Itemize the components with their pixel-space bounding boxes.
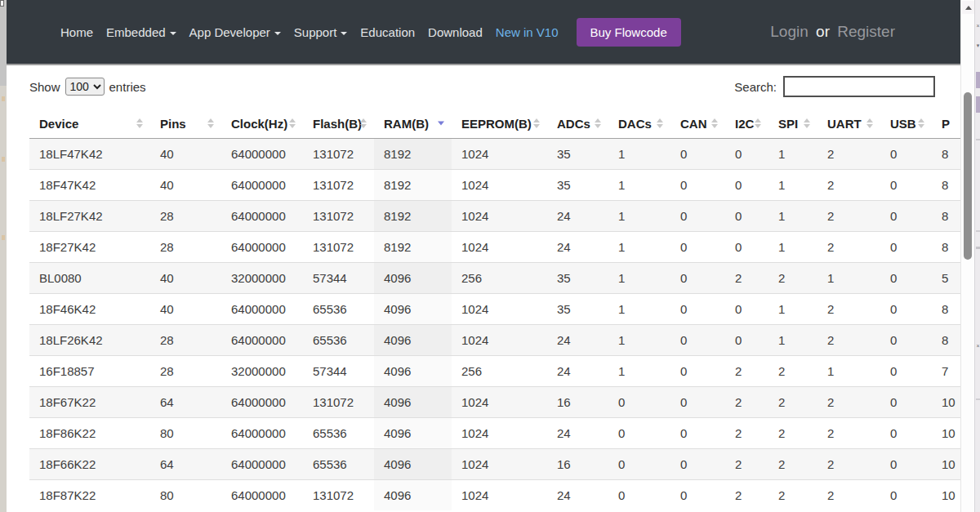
column-header[interactable]: P (932, 109, 960, 139)
register-link[interactable]: Register (837, 23, 895, 40)
table-row: 16F188572832000000573444096256241022107 (29, 356, 960, 387)
scroll-up-button[interactable] (962, 1, 974, 14)
edge-fragment (976, 247, 980, 249)
table-cell: 0 (670, 418, 725, 449)
navbar: HomeEmbeddedApp DeveloperSupportEducatio… (7, 0, 960, 65)
table-cell: 0 (880, 170, 932, 201)
nav-item: Download (421, 19, 489, 46)
table-cell: 0 (670, 480, 725, 511)
table-cell: 18F27K42 (29, 232, 150, 263)
table-cell: 40 (150, 139, 221, 170)
table-cell: 0 (880, 232, 932, 263)
search-input[interactable] (783, 76, 935, 97)
table-cell: 2 (817, 325, 880, 356)
table-cell: 1 (608, 294, 670, 325)
column-header[interactable]: Device (29, 109, 150, 139)
vertical-scrollbar[interactable] (960, 0, 974, 512)
page-size-control: Show 100 entries (29, 78, 146, 96)
nav-link[interactable]: Embedded (100, 19, 183, 46)
table-cell: 64000000 (221, 294, 303, 325)
table-cell: 5 (932, 263, 960, 294)
table-cell: 0 (608, 480, 670, 511)
buy-flowcode-button[interactable]: Buy Flowcode (577, 18, 681, 47)
table-cell: 0 (880, 356, 932, 387)
column-header-label: Pins (160, 117, 186, 131)
table-cell: 0 (608, 418, 670, 449)
table-cell: 8192 (374, 232, 452, 263)
entries-label: entries (109, 80, 146, 94)
column-header[interactable]: RAM(B) (374, 109, 452, 139)
table-cell: 64000000 (221, 170, 303, 201)
table-cell: 1 (608, 232, 670, 263)
column-header[interactable]: Flash(B) (303, 109, 374, 139)
column-header[interactable]: SPI (768, 109, 817, 139)
table-cell: 57344 (303, 263, 374, 294)
table-cell: 65536 (303, 294, 374, 325)
table-cell: 256 (452, 263, 547, 294)
table-cell: 0 (725, 232, 768, 263)
table-cell: 1024 (452, 232, 547, 263)
table-cell: 64 (150, 449, 221, 480)
column-header-label: Flash(B) (313, 117, 362, 131)
table-cell: 18F47K42 (29, 170, 150, 201)
table-row: BL00804032000000573444096256351022105 (29, 263, 960, 294)
column-header-label: EEPROM(B) (461, 117, 532, 131)
nav-item: Support (287, 19, 354, 46)
table-cell: 40 (150, 263, 221, 294)
table-cell: 0 (880, 449, 932, 480)
table-cell: 8 (932, 139, 960, 170)
table-cell: 16 (547, 449, 608, 480)
column-header[interactable]: EEPROM(B) (452, 109, 547, 139)
column-header[interactable]: Clock(Hz) (221, 109, 303, 139)
nav-link[interactable]: App Developer (183, 19, 287, 46)
table-cell: 2 (768, 387, 817, 418)
table-cell: 24 (547, 356, 608, 387)
caret-down-icon (170, 32, 176, 35)
table-cell: 64000000 (221, 387, 303, 418)
table-cell: 10 (932, 387, 960, 418)
sort-arrows-icon (595, 118, 601, 128)
table-cell: 0 (670, 294, 725, 325)
column-header[interactable]: DACs (608, 109, 670, 139)
nav-link[interactable]: New in V10 (489, 19, 565, 46)
table-cell: BL0080 (29, 263, 150, 294)
column-header-label: P (942, 117, 950, 131)
table-cell: 1 (608, 139, 670, 170)
table-cell: 4096 (374, 325, 452, 356)
table-cell: 24 (547, 201, 608, 232)
table-cell: 1024 (452, 418, 547, 449)
table-cell: 32000000 (221, 356, 303, 387)
page-size-select[interactable]: 100 (65, 78, 105, 96)
column-header-label: USB (890, 117, 916, 131)
sort-arrows-icon (136, 118, 143, 128)
nav-link[interactable]: Education (354, 19, 421, 46)
column-header-label: RAM(B) (384, 117, 429, 131)
table-cell: 4096 (374, 263, 452, 294)
login-link[interactable]: Login (770, 23, 808, 40)
column-header[interactable]: USB (880, 109, 932, 139)
table-row: 18F67K2264640000001310724096102416002220… (29, 387, 960, 418)
nav-link[interactable]: Home (54, 19, 100, 46)
table-cell: 1024 (452, 294, 547, 325)
table-cell: 2 (725, 418, 768, 449)
nav-item: Home (54, 19, 100, 46)
table-cell: 0 (670, 449, 725, 480)
table-cell: 16 (547, 387, 608, 418)
table-cell: 57344 (303, 356, 374, 387)
column-header[interactable]: CAN (670, 109, 725, 139)
table-cell: 28 (150, 325, 221, 356)
table-cell: 2 (817, 418, 880, 449)
column-header[interactable]: UART (817, 109, 880, 139)
table-cell: 24 (547, 418, 608, 449)
nav-link[interactable]: Download (421, 19, 489, 46)
column-header[interactable]: I2C (725, 109, 768, 139)
table-cell: 18F86K22 (29, 418, 150, 449)
page: HomeEmbeddedApp DeveloperSupportEducatio… (7, 0, 960, 512)
nav-link[interactable]: Support (287, 19, 354, 46)
scrollbar-thumb[interactable] (964, 92, 972, 260)
table-cell: 0 (608, 387, 670, 418)
column-header[interactable]: ADCs (547, 109, 608, 139)
table-cell: 0 (880, 325, 932, 356)
column-header[interactable]: Pins (150, 109, 221, 139)
table-cell: 40 (150, 170, 221, 201)
